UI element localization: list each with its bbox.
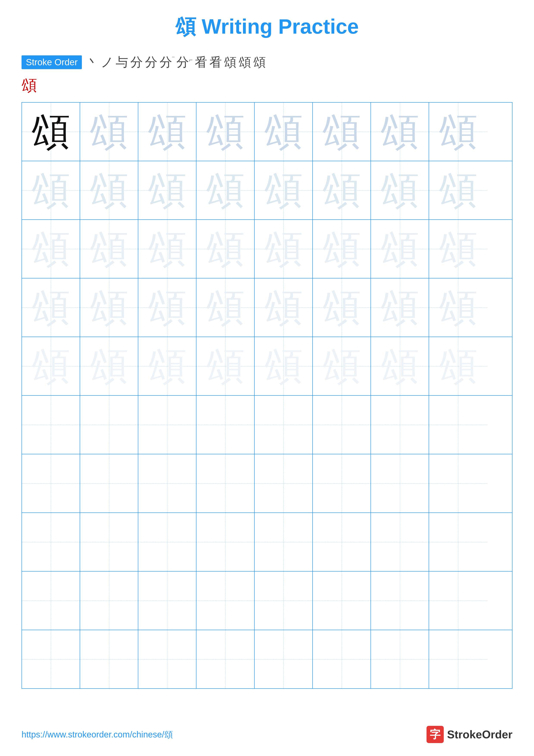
grid-cell[interactable]: 頌: [429, 220, 487, 278]
practice-char: 頌: [32, 347, 70, 386]
grid-cell[interactable]: 頌: [255, 161, 313, 219]
grid-cell[interactable]: 頌: [22, 161, 80, 219]
grid-cell[interactable]: 頌: [138, 161, 196, 219]
grid-cell[interactable]: [196, 454, 255, 512]
grid-cell[interactable]: 頌: [429, 161, 487, 219]
grid-cell[interactable]: 頌: [138, 220, 196, 278]
grid-cell[interactable]: 頌: [429, 279, 487, 337]
grid-cell[interactable]: 頌: [80, 279, 138, 337]
grid-cell[interactable]: [255, 396, 313, 454]
grid-cell[interactable]: 頌: [22, 337, 80, 395]
grid-cell[interactable]: 頌: [138, 103, 196, 161]
grid-cell[interactable]: 頌: [313, 103, 371, 161]
grid-cell[interactable]: [429, 513, 487, 571]
grid-row-3: 頌 頌 頌 頌 頌 頌 頌 頌: [22, 220, 512, 279]
grid-cell[interactable]: [196, 572, 255, 630]
grid-cell[interactable]: 頌: [371, 279, 429, 337]
grid-cell[interactable]: [80, 513, 138, 571]
grid-cell[interactable]: [429, 396, 487, 454]
grid-cell[interactable]: [429, 630, 487, 688]
grid-cell[interactable]: [196, 396, 255, 454]
grid-cell[interactable]: [22, 572, 80, 630]
grid-cell[interactable]: 頌: [313, 337, 371, 395]
grid-cell[interactable]: 頌: [429, 337, 487, 395]
grid-cell[interactable]: [138, 513, 196, 571]
grid-cell[interactable]: [255, 513, 313, 571]
grid-cell[interactable]: [429, 572, 487, 630]
grid-cell[interactable]: [313, 630, 371, 688]
grid-cell[interactable]: 頌: [196, 220, 255, 278]
grid-cell[interactable]: 頌: [80, 337, 138, 395]
grid-cell[interactable]: [313, 513, 371, 571]
grid-row-10: [22, 630, 512, 688]
grid-cell[interactable]: [138, 396, 196, 454]
grid-cell[interactable]: 頌: [313, 161, 371, 219]
grid-cell[interactable]: [313, 572, 371, 630]
grid-cell[interactable]: 頌: [22, 220, 80, 278]
grid-cell[interactable]: [371, 572, 429, 630]
grid-cell[interactable]: [80, 396, 138, 454]
grid-cell[interactable]: 頌: [22, 103, 80, 161]
practice-char: 頌: [380, 112, 419, 151]
stroke-4: 分: [130, 54, 143, 71]
grid-cell[interactable]: 頌: [196, 161, 255, 219]
grid-cell[interactable]: 頌: [255, 103, 313, 161]
practice-char: 頌: [89, 230, 128, 268]
grid-cell[interactable]: [255, 572, 313, 630]
practice-char: 頌: [439, 112, 477, 151]
practice-char: 頌: [322, 112, 361, 151]
grid-cell[interactable]: [138, 572, 196, 630]
stroke-8: 㸔: [195, 54, 207, 71]
practice-char: 頌: [148, 112, 187, 151]
grid-cell[interactable]: 頌: [138, 279, 196, 337]
grid-cell[interactable]: [371, 630, 429, 688]
grid-cell[interactable]: 頌: [138, 337, 196, 395]
grid-cell[interactable]: [255, 630, 313, 688]
grid-cell[interactable]: [429, 454, 487, 512]
stroke-order-badge: Stroke Order: [21, 55, 82, 69]
grid-cell[interactable]: 頌: [371, 337, 429, 395]
grid-cell[interactable]: 頌: [255, 337, 313, 395]
practice-char: 頌: [439, 230, 477, 268]
grid-cell[interactable]: [80, 572, 138, 630]
grid-cell[interactable]: [371, 513, 429, 571]
grid-cell[interactable]: 頌: [80, 161, 138, 219]
grid-cell[interactable]: [80, 630, 138, 688]
grid-cell[interactable]: 頌: [196, 337, 255, 395]
grid-cell[interactable]: [371, 454, 429, 512]
grid-cell[interactable]: [255, 454, 313, 512]
grid-cell[interactable]: 頌: [371, 103, 429, 161]
grid-row-6: [22, 396, 512, 454]
grid-cell[interactable]: 頌: [313, 220, 371, 278]
stroke-order-row: Stroke Order 丶 ノ 与 分 分 分‾ 分⌐ 㸔 㸔 頌 頌 頌: [21, 54, 513, 71]
grid-cell[interactable]: 頌: [429, 103, 487, 161]
practice-char: 頌: [32, 230, 70, 268]
grid-cell[interactable]: 頌: [371, 220, 429, 278]
page-title: 頌 Writing Practice: [21, 13, 513, 41]
grid-cell[interactable]: [22, 513, 80, 571]
grid-cell[interactable]: [22, 630, 80, 688]
grid-row-7: [22, 454, 512, 513]
grid-cell[interactable]: 頌: [80, 220, 138, 278]
grid-cell[interactable]: 頌: [80, 103, 138, 161]
grid-cell[interactable]: [196, 630, 255, 688]
grid-cell[interactable]: [22, 454, 80, 512]
grid-cell[interactable]: [196, 513, 255, 571]
grid-cell[interactable]: [313, 396, 371, 454]
grid-cell[interactable]: [22, 396, 80, 454]
grid-cell[interactable]: 頌: [255, 279, 313, 337]
grid-cell[interactable]: [313, 454, 371, 512]
grid-cell[interactable]: [80, 454, 138, 512]
grid-cell[interactable]: 頌: [196, 279, 255, 337]
practice-char: 頌: [89, 347, 128, 386]
footer-url: https://www.strokeorder.com/chinese/頌: [21, 729, 173, 741]
grid-cell[interactable]: [138, 630, 196, 688]
grid-cell[interactable]: [371, 396, 429, 454]
logo-icon: 字: [426, 726, 444, 743]
grid-cell[interactable]: [138, 454, 196, 512]
grid-cell[interactable]: 頌: [196, 103, 255, 161]
grid-cell[interactable]: 頌: [255, 220, 313, 278]
grid-cell[interactable]: 頌: [22, 279, 80, 337]
grid-cell[interactable]: 頌: [313, 279, 371, 337]
grid-cell[interactable]: 頌: [371, 161, 429, 219]
